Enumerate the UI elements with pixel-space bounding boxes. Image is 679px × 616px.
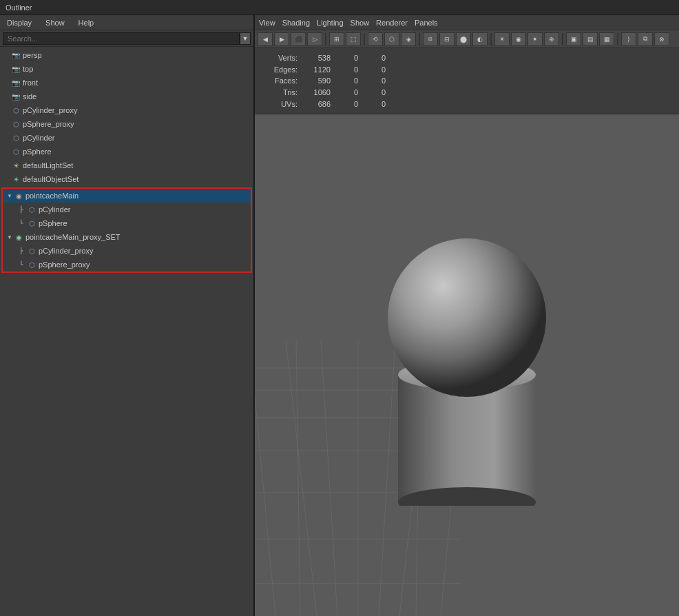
toolbar-btn-11[interactable]: ⊟ [439, 32, 455, 46]
title-bar: Outliner [0, 0, 679, 15]
outliner-menubar: Display Show Help [0, 15, 253, 30]
set-icon-defaultobjectset: ☀ [11, 174, 21, 184]
toolbar-btn-8[interactable]: ⬡ [384, 32, 399, 46]
toolbar-icon-21: ⟩ [627, 36, 630, 43]
label-psphere: pSphere [23, 147, 52, 156]
tris-z1: 0 [344, 88, 372, 96]
toolbar-btn-3[interactable]: ⬛ [291, 32, 306, 46]
mesh-icon-pcylinder: ⬡ [11, 133, 21, 143]
vp-menu-renderer[interactable]: Renderer [376, 19, 408, 27]
arrow-defaultobjectset [3, 175, 11, 183]
arrow-pcylinder-proxy [3, 106, 11, 114]
vp-menu-panels[interactable]: Panels [415, 19, 438, 27]
scene-objects [255, 114, 679, 616]
menu-display[interactable]: Display [4, 17, 34, 28]
arrow-side [3, 92, 11, 101]
toolbar-icon-3: ⬛ [295, 36, 302, 43]
vp-menu-lighting[interactable]: Lighting [317, 19, 344, 27]
tree-item-psphere[interactable]: ⬡ pSphere [0, 145, 253, 158]
toolbar-btn-4[interactable]: ▷ [307, 32, 322, 46]
stats-bar: Verts: 538 0 0 Edges: 1120 0 0 Faces: 59… [255, 48, 679, 114]
verts-value: 538 [303, 54, 344, 62]
uvs-value: 686 [303, 100, 344, 108]
toolbar-btn-6[interactable]: ⬚ [346, 32, 361, 46]
tree-item-persp[interactable]: 📷 persp [0, 48, 253, 62]
mesh-icon-pcylinder-proxy: ⬡ [11, 105, 21, 115]
label-defaultobjectset: defaultObjectSet [23, 175, 79, 183]
light-icon-defaultlightset: ☀ [11, 161, 21, 170]
tree-item-psphere-proxy-child[interactable]: ┗ ⬡ pSphere_proxy [3, 258, 251, 271]
tree-item-pointcachemain-proxy-set[interactable]: ▼ ◉ pointcacheMain_proxy_SET [3, 230, 251, 244]
toolbar-btn-18[interactable]: ▣ [566, 32, 581, 46]
toolbar-icon-15: ◉ [516, 36, 521, 43]
toolbar-btn-7[interactable]: ⟲ [368, 32, 383, 46]
verts-z2: 0 [372, 54, 399, 62]
arrow-persp [3, 51, 11, 59]
toolbar-btn-1[interactable]: ◀ [258, 32, 273, 46]
toolbar-btn-21[interactable]: ⟩ [621, 32, 636, 46]
search-dropdown-btn[interactable]: ▼ [240, 32, 251, 45]
tris-label: Tris: [262, 88, 303, 96]
toolbar-btn-14[interactable]: ☀ [494, 32, 510, 46]
toolbar-btn-2[interactable]: ▶ [274, 32, 289, 46]
toolbar-btn-17[interactable]: ⊕ [544, 32, 559, 46]
toolbar-icon-7: ⟲ [373, 36, 378, 43]
tree-item-psphere-child[interactable]: ┗ ⬡ pSphere [3, 216, 251, 230]
edges-z2: 0 [372, 65, 399, 74]
tree-item-pcylinder-proxy[interactable]: ⬡ pCylinder_proxy [0, 103, 253, 117]
toolbar-sep-5 [562, 33, 563, 45]
toolbar-icon-20: ▦ [604, 36, 610, 43]
toolbar-btn-15[interactable]: ◉ [511, 32, 526, 46]
toolbar-btn-9[interactable]: ◈ [401, 32, 416, 46]
tree-item-psphere-proxy[interactable]: ⬡ pSphere_proxy [0, 117, 253, 131]
toolbar-sep-4 [490, 33, 492, 45]
tree-item-front[interactable]: 📷 front [0, 76, 253, 90]
camera-icon-persp: 📷 [11, 50, 21, 60]
vp-menu-shading[interactable]: Shading [282, 19, 310, 27]
verts-label: Verts: [262, 54, 303, 62]
tree-item-defaultlightset[interactable]: ☀ defaultLightSet [0, 158, 253, 172]
viewport-toolbar: ◀ ▶ ⬛ ▷ ⊞ ⬚ ⟲ ⬡ ◈ ⧈ ⊟ ⬤ ◐ ☀ ◉ ✦ ⊕ ▣ ▤ ▦ [255, 30, 679, 48]
toolbar-btn-10[interactable]: ⧈ [423, 32, 438, 46]
tree-item-side[interactable]: 📷 side [0, 90, 253, 103]
tree-item-pcylinder[interactable]: ⬡ pCylinder [0, 131, 253, 145]
mesh-icon-psphere-proxy-child: ⬡ [27, 260, 36, 269]
toolbar-icon-8: ⬡ [389, 36, 395, 43]
stats-row-tris: Tris: 1060 0 0 [262, 87, 672, 99]
label-side: side [23, 92, 36, 101]
tree-item-pointcachemain[interactable]: ▼ ◉ pointcacheMain [3, 189, 251, 203]
arrow-psphere-proxy [3, 120, 11, 128]
toolbar-btn-5[interactable]: ⊞ [329, 32, 344, 46]
edges-z1: 0 [344, 65, 372, 74]
stats-row-faces: Faces: 590 0 0 [262, 75, 672, 87]
menu-help[interactable]: Help [76, 17, 97, 28]
toolbar-icon-2: ▶ [280, 36, 284, 43]
toolbar-icon-10: ⧈ [428, 35, 432, 43]
toolbar-btn-16[interactable]: ✦ [527, 32, 543, 46]
vp-menu-show[interactable]: Show [351, 19, 370, 27]
toolbar-btn-13[interactable]: ◐ [472, 32, 488, 46]
toolbar-icon-1: ◀ [263, 36, 268, 43]
menu-show[interactable]: Show [43, 17, 67, 28]
toolbar-btn-20[interactable]: ▦ [599, 32, 614, 46]
search-input[interactable] [3, 32, 240, 45]
outliner-tree[interactable]: 📷 persp 📷 top 📷 front 📷 side [0, 47, 253, 616]
mesh-icon-psphere-child: ⬡ [27, 218, 36, 228]
label-psphere-proxy-child: pSphere_proxy [39, 260, 90, 269]
tree-item-top[interactable]: 📷 top [0, 62, 253, 76]
toolbar-btn-19[interactable]: ▤ [583, 32, 598, 46]
toolbar-btn-12[interactable]: ⬤ [456, 32, 471, 46]
toolbar-icon-13: ◐ [477, 36, 483, 43]
toolbar-sep-2 [364, 33, 365, 45]
toolbar-btn-23[interactable]: ⊗ [654, 32, 669, 46]
vp-menu-view[interactable]: View [259, 19, 275, 27]
arrow-pcylinder [3, 134, 11, 142]
toolbar-btn-22[interactable]: ⧉ [638, 32, 653, 46]
tree-item-pcylinder-proxy-child[interactable]: ┣ ⬡ pCylinder_proxy [3, 244, 251, 258]
tree-item-defaultobjectset[interactable]: ☀ defaultObjectSet [0, 172, 253, 186]
label-pointcachemain: pointcacheMain [25, 192, 79, 200]
toolbar-icon-14: ☀ [499, 36, 505, 43]
label-psphere-proxy: pSphere_proxy [23, 120, 74, 128]
viewport-3d[interactable] [255, 114, 679, 616]
tree-item-pcylinder-child[interactable]: ┣ ⬡ pCylinder [3, 203, 251, 216]
